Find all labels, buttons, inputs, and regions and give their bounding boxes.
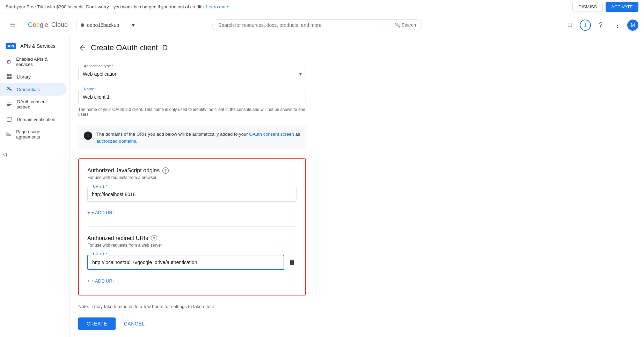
avatar[interactable]: M bbox=[627, 20, 638, 31]
js-origins-title: Authorized JavaScript origins ? bbox=[87, 167, 297, 174]
sidebar-footer: ◁ bbox=[0, 143, 69, 157]
js-origins-help-icon[interactable]: ? bbox=[162, 167, 169, 174]
credentials-icon bbox=[6, 87, 13, 92]
cloud-text: Cloud bbox=[50, 21, 68, 29]
search-icon: 🔍 bbox=[395, 22, 400, 28]
js-origins-subtitle: For use with requests from a browser bbox=[87, 175, 297, 180]
name-input[interactable] bbox=[78, 90, 306, 104]
svg-rect-10 bbox=[7, 105, 10, 106]
svg-rect-2 bbox=[7, 77, 9, 79]
banner-text: Start your Free Trial with $300 in credi… bbox=[6, 4, 229, 9]
redirect-uris-help-icon[interactable]: ? bbox=[151, 235, 157, 241]
app-type-field: Application type * Web application Andro… bbox=[78, 67, 306, 81]
oauth-consent-link[interactable]: OAuth consent screen bbox=[249, 132, 294, 137]
sidebar-item-enabled-apis[interactable]: ⚙ Enabled APIs & services bbox=[0, 53, 67, 70]
project-selector[interactable]: odoo16backup ▾ bbox=[76, 20, 139, 30]
name-label: Name * bbox=[82, 87, 98, 91]
more-options-button[interactable]: ⋮ bbox=[610, 18, 624, 32]
js-uri-input-wrapper: URIs 1 * bbox=[87, 187, 297, 202]
activate-button[interactable]: ACTIVATE bbox=[606, 2, 638, 12]
sidebar-item-library-label: Library bbox=[17, 74, 31, 80]
hamburger-menu-button[interactable]: ☰ bbox=[6, 18, 20, 32]
open-in-new-button[interactable]: □ bbox=[563, 18, 577, 32]
svg-rect-11 bbox=[7, 117, 11, 121]
sidebar-header: API APIs & Services bbox=[0, 39, 69, 53]
sidebar-item-domain-label: Domain verification bbox=[17, 117, 56, 122]
create-button[interactable]: CREATE bbox=[78, 317, 116, 330]
project-dropdown-icon: ▾ bbox=[132, 22, 134, 28]
action-buttons: CREATE CANCEL bbox=[78, 317, 306, 337]
name-field: Name * The name of your OAuth 2.0 client… bbox=[78, 90, 306, 117]
cancel-button[interactable]: CANCEL bbox=[118, 317, 151, 330]
page-title: Create OAuth client ID bbox=[91, 43, 168, 52]
authorized-domains-link[interactable]: authorized domains. bbox=[96, 138, 137, 144]
sidebar-item-page-usage[interactable]: Page usage agreements bbox=[0, 126, 67, 143]
back-button[interactable] bbox=[78, 44, 87, 52]
sidebar-title: APIs & Services bbox=[20, 43, 55, 49]
header-icons: □ 1 ? ⋮ M bbox=[563, 18, 638, 32]
google-cloud-logo[interactable]: Google Cloud bbox=[28, 21, 68, 29]
dismiss-button[interactable]: DISMISS bbox=[572, 2, 603, 12]
banner-actions: DISMISS ACTIVATE bbox=[572, 2, 638, 12]
oauth-icon bbox=[6, 102, 13, 107]
app-type-select[interactable]: Web application Android iOS Desktop app bbox=[78, 67, 306, 81]
js-uri-row: URIs 1 * bbox=[87, 187, 297, 202]
svg-rect-14 bbox=[6, 135, 11, 136]
main-header: ☰ Google Cloud odoo16backup ▾ 🔍 Search □… bbox=[0, 14, 644, 36]
sidebar-item-enabled-apis-label: Enabled APIs & services bbox=[16, 57, 61, 67]
note-text: Note: It may take 5 minutes to a few hou… bbox=[78, 304, 306, 309]
svg-rect-9 bbox=[7, 104, 12, 105]
page-usage-icon bbox=[6, 132, 12, 137]
redirect-uris-subtitle: For use with requests from a web server bbox=[87, 243, 297, 248]
enabled-apis-icon: ⚙ bbox=[6, 59, 12, 65]
svg-rect-15 bbox=[6, 132, 8, 133]
add-js-uri-plus-icon: + bbox=[87, 210, 90, 215]
sidebar-item-oauth[interactable]: OAuth consent screen bbox=[0, 96, 67, 113]
page-header: Create OAuth client ID bbox=[70, 36, 644, 58]
app-type-select-wrapper: Web application Android iOS Desktop app bbox=[78, 67, 306, 81]
js-uri-input[interactable] bbox=[87, 187, 297, 202]
learn-more-link[interactable]: Learn more bbox=[206, 4, 229, 9]
svg-rect-8 bbox=[7, 103, 12, 103]
svg-rect-6 bbox=[9, 89, 12, 90]
svg-rect-3 bbox=[9, 77, 12, 79]
svg-rect-7 bbox=[10, 90, 12, 91]
section-divider bbox=[87, 226, 297, 227]
add-redirect-uri-plus-icon: + bbox=[87, 278, 90, 284]
uri-section: Authorized JavaScript origins ? For use … bbox=[78, 158, 306, 295]
add-js-uri-button[interactable]: + + ADD URI bbox=[87, 207, 114, 218]
svg-rect-12 bbox=[6, 133, 9, 134]
name-hint: The name of your OAuth 2.0 client. This … bbox=[78, 107, 306, 117]
collapse-sidebar-button[interactable]: ◁ bbox=[3, 151, 7, 157]
sidebar-item-library[interactable]: Library bbox=[0, 70, 67, 83]
search-button[interactable]: 🔍 Search bbox=[395, 22, 416, 28]
search-input[interactable] bbox=[218, 22, 392, 28]
info-icon: i bbox=[84, 132, 92, 140]
info-text-content: The domains of the URIs you add below wi… bbox=[96, 131, 300, 144]
redirect-uris-title: Authorized redirect URIs ? bbox=[87, 235, 297, 241]
main-content: Create OAuth client ID Application type … bbox=[70, 36, 644, 337]
sidebar-item-page-usage-label: Page usage agreements bbox=[16, 129, 61, 140]
add-redirect-uri-button[interactable]: + + ADD URI bbox=[87, 276, 114, 286]
redirect-uri-input-wrapper: URIs 1 * bbox=[87, 255, 284, 270]
svg-rect-0 bbox=[7, 74, 9, 76]
search-bar: 🔍 Search bbox=[212, 19, 422, 31]
redirect-uri-input[interactable] bbox=[87, 255, 284, 270]
main-layout: API APIs & Services ⚙ Enabled APIs & ser… bbox=[0, 36, 644, 337]
svg-rect-13 bbox=[6, 134, 11, 135]
sidebar: API APIs & Services ⚙ Enabled APIs & ser… bbox=[0, 36, 70, 337]
help-button[interactable]: ? bbox=[594, 18, 608, 32]
google-text: Google bbox=[28, 21, 48, 29]
sidebar-item-credentials[interactable]: Credentials bbox=[0, 83, 67, 96]
project-dot-icon bbox=[81, 23, 84, 27]
svg-rect-1 bbox=[9, 74, 12, 76]
info-box: i The domains of the URIs you add below … bbox=[78, 125, 306, 150]
redirect-uri-row: URIs 1 * bbox=[87, 255, 297, 270]
redirect-uri-label: URIs 1 * bbox=[92, 252, 109, 256]
sidebar-item-oauth-label: OAuth consent screen bbox=[17, 99, 61, 110]
domain-icon bbox=[6, 117, 13, 122]
notification-badge[interactable]: 1 bbox=[580, 20, 591, 31]
app-type-label: Application type * bbox=[82, 64, 115, 68]
sidebar-item-domain[interactable]: Domain verification bbox=[0, 113, 67, 126]
delete-redirect-uri-button[interactable] bbox=[287, 257, 297, 267]
